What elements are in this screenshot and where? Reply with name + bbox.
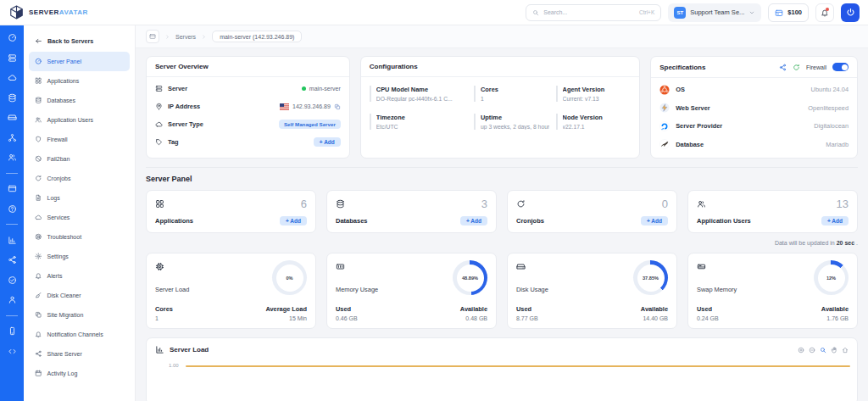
brand[interactable]: SERVERAVATAR [8, 4, 136, 20]
wallet-amount: $100 [787, 8, 802, 16]
panel-card-applications[interactable]: 6Applications+ Add [146, 190, 316, 233]
add-tag-button[interactable]: + Add [314, 137, 341, 147]
spec-row-database: DatabaseMariadb [659, 136, 849, 154]
chart-zoom-out-button[interactable] [809, 347, 815, 354]
notification-dot [826, 8, 829, 11]
share-icon [779, 64, 787, 71]
donut-disk-usage: 37.85% [633, 260, 668, 295]
add-applications-button[interactable]: + Add [280, 216, 307, 226]
chart-pan-button[interactable] [831, 347, 837, 354]
firewall-toggle[interactable] [832, 63, 849, 71]
spec-label: Server Provider [676, 122, 722, 130]
rail-chart-button[interactable] [8, 236, 17, 245]
sidebar-item-application-users[interactable]: Application Users [29, 110, 130, 130]
rail-code-button[interactable] [8, 347, 17, 356]
chart-zoom-in-button[interactable] [798, 347, 804, 354]
panel-label: Databases [336, 217, 368, 225]
spec-value: Digitalocean [814, 122, 849, 130]
sidebar-item-disk-cleaner[interactable]: Disk Cleaner [29, 286, 130, 305]
sidebar-item-firewall[interactable]: Firewall [29, 130, 130, 149]
wallet-button[interactable]: $100 [768, 3, 809, 22]
add-cronjobs-button[interactable]: + Add [641, 216, 668, 226]
copy-ip-button[interactable] [334, 103, 341, 110]
spec-label: Database [676, 141, 704, 148]
config-label: Node Version [563, 114, 632, 121]
sidebar-item-applications[interactable]: Applications [29, 71, 130, 91]
sidebar-item-cronjobs[interactable]: Cronjobs [29, 169, 130, 188]
rail-divider [6, 173, 18, 174]
sidebar-item-services[interactable]: Services [29, 208, 130, 227]
back-to-servers[interactable]: Back to Servers [29, 31, 130, 50]
rail-gauge-button[interactable] [8, 33, 17, 42]
rail-card-button[interactable] [8, 184, 17, 193]
refresh-button[interactable] [793, 64, 800, 71]
sidebar-item-share-server[interactable]: Share Server [29, 344, 130, 364]
sidebar-item-notification-channels[interactable]: Notification Channels [29, 325, 130, 344]
chart-zoom-select-button[interactable] [820, 347, 826, 354]
metric-right-value: 0.48 GB [460, 315, 487, 321]
sidebar-item-fail2ban[interactable]: Fail2ban [29, 149, 130, 169]
sidebar-item-logs[interactable]: Logs [29, 188, 130, 208]
server-load-chart-card: Server Load 1.00 [146, 337, 858, 401]
refresh-icon [516, 199, 526, 209]
panel-card-application-users[interactable]: 13Application Users+ Add [687, 190, 858, 233]
sidebar-item-site-migration[interactable]: Site Migration [29, 305, 130, 325]
icon-rail [0, 25, 24, 401]
config-value: Etc/UTC [376, 124, 467, 130]
metric-left-label: Cores [155, 305, 173, 313]
cloud-icon [155, 120, 163, 128]
sidebar-item-label: Site Migration [47, 312, 84, 318]
sidebar-item-alerts[interactable]: Alerts [29, 266, 130, 286]
rail-share-button[interactable] [8, 255, 17, 265]
share-icon [35, 350, 42, 358]
power-button[interactable] [841, 3, 860, 22]
sidebar-item-settings[interactable]: Settings [29, 247, 130, 266]
db-icon [35, 97, 42, 104]
panel-count: 6 [301, 198, 307, 210]
notifications-button[interactable] [815, 3, 834, 22]
rail-check-button[interactable] [8, 276, 17, 285]
ram-icon [336, 262, 345, 271]
rail-users-button[interactable] [8, 153, 17, 162]
rail-mobile-button[interactable] [8, 326, 17, 336]
breadcrumb-servers[interactable]: Servers [175, 34, 196, 40]
rail-server-button[interactable] [8, 53, 17, 63]
rail-network-button[interactable] [8, 133, 17, 142]
rail-cloud-button[interactable] [8, 73, 17, 82]
panel-count: 0 [662, 198, 668, 210]
panel-card-cronjobs[interactable]: 0Cronjobs+ Add [507, 190, 677, 233]
sidebar-item-activity-log[interactable]: Activity Log [29, 364, 130, 383]
server-icon [155, 85, 163, 92]
metric-left-value: 8.77 GB [516, 315, 538, 321]
add-databases-button[interactable]: + Add [460, 216, 487, 226]
search-input[interactable]: Search... Ctrl+K [526, 4, 661, 21]
spec-label: OS [676, 86, 685, 93]
zoom-out-icon [809, 347, 815, 354]
power-icon [846, 8, 855, 17]
breadcrumb-home-button[interactable] [146, 30, 159, 43]
metric-left-value: 1 [155, 315, 173, 321]
sidebar-item-server-panel[interactable]: Server Panel [29, 52, 130, 71]
sidebar-item-label: Services [47, 214, 70, 220]
update-notice: Data will be updated in 20 sec . [146, 240, 858, 246]
network-icon [8, 133, 17, 142]
rail-help-button[interactable] [8, 204, 17, 214]
chart-reset-button[interactable] [842, 347, 849, 354]
breadcrumb-current-server[interactable]: main-server (142.93.246.89) [212, 31, 302, 42]
panel-card-databases[interactable]: 3Databases+ Add [326, 190, 497, 233]
bar-chart-icon [155, 345, 164, 354]
rail-db-button[interactable] [8, 93, 17, 103]
share-server-button[interactable] [779, 64, 787, 71]
sidebar-item-troubleshoot[interactable]: Troubleshoot [29, 227, 130, 247]
home-icon [842, 347, 849, 354]
user-menu[interactable]: ST Support Team Se... [668, 3, 761, 22]
metric-label: Server Load [155, 286, 189, 293]
mariadb-logo-icon [659, 139, 670, 149]
wallet-icon [775, 8, 783, 17]
add-application-users-button[interactable]: + Add [821, 216, 849, 226]
tag-icon [155, 138, 163, 146]
rail-disk-button[interactable] [8, 113, 17, 122]
sidebar-item-databases[interactable]: Databases [29, 91, 130, 110]
rail-person-button[interactable] [8, 295, 17, 304]
config-label: Agent Version [563, 86, 632, 93]
